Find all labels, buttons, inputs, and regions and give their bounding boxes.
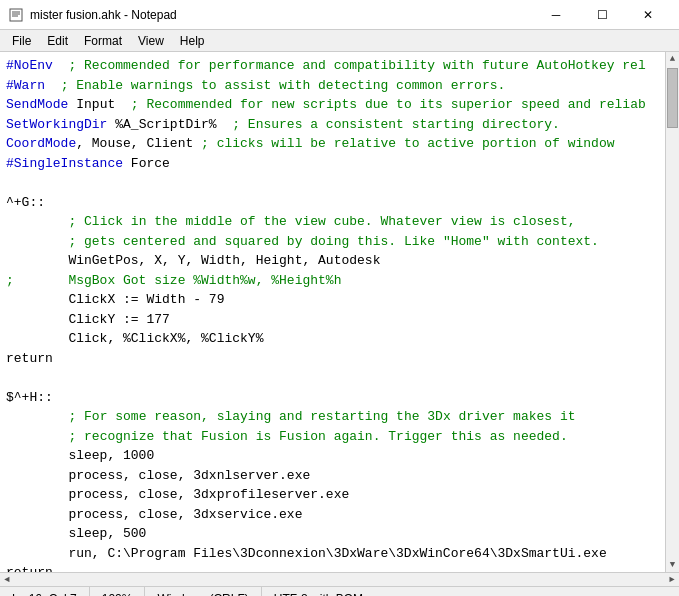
status-bar: Ln 16, Col 7 100% Windows (CRLF) UTF-8 w… <box>0 586 679 596</box>
window-controls: ─ ☐ ✕ <box>533 0 671 30</box>
ln-col-text: Ln 16, Col 7 <box>12 592 77 597</box>
menu-edit[interactable]: Edit <box>39 32 76 50</box>
editor-container: #NoEnv ; Recommended for performance and… <box>0 52 679 572</box>
code-editor[interactable]: #NoEnv ; Recommended for performance and… <box>0 52 665 572</box>
scroll-up-button[interactable]: ▲ <box>666 52 680 66</box>
app-icon <box>8 7 24 23</box>
menu-file[interactable]: File <box>4 32 39 50</box>
horizontal-scrollbar[interactable]: ◄ ► <box>0 572 679 586</box>
bom-text: UTF-8 with BOM <box>274 592 363 597</box>
menu-view[interactable]: View <box>130 32 172 50</box>
vertical-scrollbar[interactable]: ▲ ▼ <box>665 52 679 572</box>
maximize-button[interactable]: ☐ <box>579 0 625 30</box>
close-button[interactable]: ✕ <box>625 0 671 30</box>
status-bom: UTF-8 with BOM <box>262 587 375 596</box>
svg-rect-0 <box>10 9 22 21</box>
hscroll-track[interactable] <box>14 573 665 586</box>
scroll-down-button[interactable]: ▼ <box>666 558 680 572</box>
scroll-track[interactable] <box>666 66 679 558</box>
menu-format[interactable]: Format <box>76 32 130 50</box>
encoding-text: Windows (CRLF) <box>157 592 248 597</box>
status-encoding: Windows (CRLF) <box>145 587 261 596</box>
status-ln-col: Ln 16, Col 7 <box>0 587 90 596</box>
scroll-left-button[interactable]: ◄ <box>0 573 14 587</box>
scroll-thumb[interactable] <box>667 68 678 128</box>
menu-bar: File Edit Format View Help <box>0 30 679 52</box>
window-title: mister fusion.ahk - Notepad <box>30 8 533 22</box>
status-zoom: 100% <box>90 587 146 596</box>
menu-help[interactable]: Help <box>172 32 213 50</box>
title-bar: mister fusion.ahk - Notepad ─ ☐ ✕ <box>0 0 679 30</box>
scroll-right-button[interactable]: ► <box>665 573 679 587</box>
minimize-button[interactable]: ─ <box>533 0 579 30</box>
zoom-text: 100% <box>102 592 133 597</box>
